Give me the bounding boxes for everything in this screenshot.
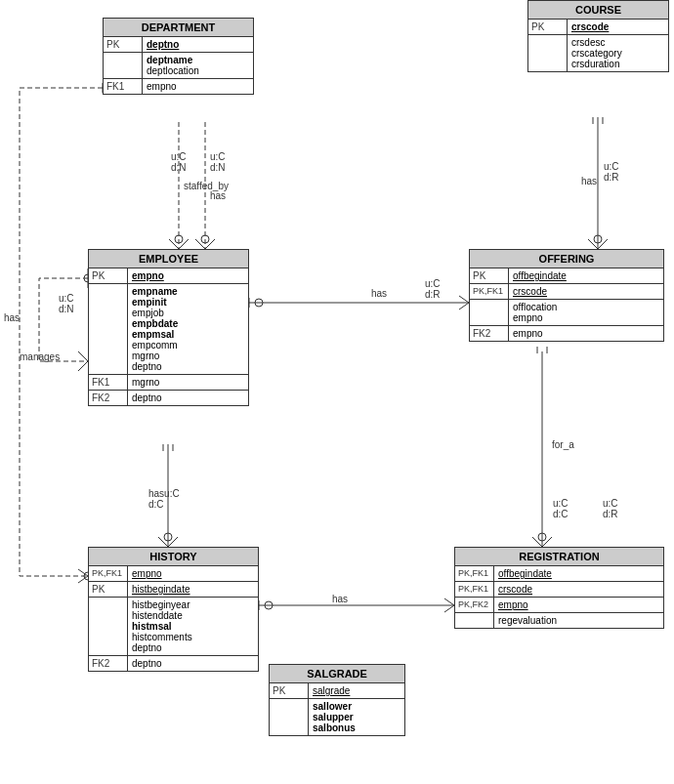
label-has-emp-off: has <box>371 288 387 299</box>
hist-attr-empno: empno <box>128 566 166 581</box>
svg-line-14 <box>78 576 88 583</box>
svg-point-29 <box>594 235 602 243</box>
label-uc-dn-2: u:Cd:N <box>210 151 226 173</box>
off-attr-crscode: crscode <box>509 284 551 299</box>
reg-pk1: PK,FK1 <box>455 566 494 581</box>
entity-offering: OFFERING PK offbegindate PK,FK1 crscode … <box>469 249 664 342</box>
hist-attr-histbegindate: histbegindate <box>128 582 194 597</box>
emp-attr-empno: empno <box>128 268 168 283</box>
label-has-emp-hist: has <box>332 594 348 604</box>
entity-history-title: HISTORY <box>89 548 258 566</box>
emp-fk1: FK1 <box>89 375 128 390</box>
reg-pk2: PK,FK1 <box>455 582 494 597</box>
svg-point-41 <box>265 601 273 609</box>
svg-line-31 <box>598 239 608 249</box>
course-pk2 <box>528 35 568 71</box>
reg-attr-offbegindate: offbegindate <box>494 566 556 581</box>
hist-pk1: PK,FK1 <box>89 566 128 581</box>
svg-line-7 <box>205 239 215 249</box>
label-hasu-dc: hasu:Cd:C <box>148 488 180 510</box>
svg-line-19 <box>158 537 168 547</box>
label-has-left: has <box>4 312 20 323</box>
label-uc-dc-off-reg: u:Cd:C <box>553 498 569 519</box>
dept-pk1: PK <box>104 37 143 52</box>
dept-pk2 <box>104 53 143 78</box>
entity-course: COURSE PK crscode crsdesc crscategory cr… <box>527 0 669 72</box>
hist-fk2: FK2 <box>89 656 128 671</box>
emp-pk1: PK <box>89 268 128 283</box>
svg-line-37 <box>542 537 552 547</box>
hist-pk2: PK <box>89 582 128 597</box>
svg-point-35 <box>538 533 546 541</box>
svg-line-30 <box>588 239 598 249</box>
entity-offering-title: OFFERING <box>470 250 663 268</box>
hist-pk3 <box>89 598 128 655</box>
entity-history: HISTORY PK,FK1 empno PK histbegindate hi… <box>88 547 259 672</box>
label-manages: manages <box>20 351 60 362</box>
dept-attr-empno: empno <box>143 79 181 94</box>
dept-attr-deptno: deptno <box>143 37 183 52</box>
svg-line-9 <box>78 361 88 371</box>
svg-line-25 <box>459 296 469 303</box>
entity-salgrade: SALGRADE PK salgrade sallower salupper s… <box>269 664 405 736</box>
label-has-dept-emp: has <box>210 190 226 201</box>
sal-attrs-main: sallower salupper salbonus <box>309 699 359 735</box>
entity-salgrade-title: SALGRADE <box>270 665 404 683</box>
off-pk1: PK <box>470 268 509 283</box>
off-pk3 <box>470 300 509 325</box>
hist-attr-deptno2: deptno <box>128 656 166 671</box>
svg-line-6 <box>195 239 205 249</box>
label-uc-dn-left: u:Cd:N <box>59 293 74 314</box>
reg-attr-crscode: crscode <box>494 582 536 597</box>
entity-course-title: COURSE <box>528 1 668 20</box>
emp-attr-deptno: deptno <box>128 391 166 405</box>
course-pk1: PK <box>528 20 568 34</box>
entity-employee-title: EMPLOYEE <box>89 250 248 268</box>
sal-pk1: PK <box>270 683 309 698</box>
erd-diagram: DEPARTMENT PK deptno deptname deptlocati… <box>0 0 674 784</box>
svg-line-42 <box>444 598 454 605</box>
off-attr-offbegindate: offbegindate <box>509 268 570 283</box>
dept-attrs-main: deptname deptlocation <box>143 53 203 78</box>
entity-department: DEPARTMENT PK deptno deptname deptlocati… <box>103 18 254 95</box>
off-fk2: FK2 <box>470 326 509 341</box>
label-uc-dn-1: u:Cd:N <box>171 151 187 173</box>
svg-point-24 <box>255 299 263 307</box>
emp-fk2: FK2 <box>89 391 128 405</box>
course-attrs-main: crsdesc crscategory crsduration <box>568 35 626 71</box>
entity-registration: REGISTRATION PK,FK1 offbegindate PK,FK1 … <box>454 547 664 629</box>
emp-attr-mgrno: mgrno <box>128 375 163 390</box>
hist-attrs-main: histbeginyear histenddate histmsal histc… <box>128 598 196 655</box>
label-uc-dr-course: u:Cd:R <box>604 161 619 183</box>
sal-attr-salgrade: salgrade <box>309 683 354 698</box>
entity-department-title: DEPARTMENT <box>104 19 253 37</box>
sal-pk2 <box>270 699 309 735</box>
reg-attr-empno: empno <box>494 598 532 612</box>
emp-pk2 <box>89 284 128 374</box>
reg-attr-regevaluation: regevaluation <box>494 613 561 628</box>
svg-line-1 <box>169 239 179 249</box>
off-attr-empno2: empno <box>509 326 547 341</box>
svg-line-36 <box>532 537 542 547</box>
svg-line-20 <box>168 537 178 547</box>
svg-point-18 <box>164 533 172 541</box>
course-attr-crscode: crscode <box>568 20 612 34</box>
label-uc-dr-off-reg: u:Cd:R <box>603 498 618 519</box>
svg-point-5 <box>201 235 209 243</box>
entity-employee: EMPLOYEE PK empno empname empinit empjob… <box>88 249 249 406</box>
entity-registration-title: REGISTRATION <box>455 548 663 566</box>
svg-line-13 <box>78 569 88 576</box>
reg-pk4 <box>455 613 494 628</box>
label-for-a: for_a <box>552 439 574 450</box>
svg-line-26 <box>459 303 469 309</box>
svg-point-3 <box>175 235 183 243</box>
reg-pk3: PK,FK2 <box>455 598 494 612</box>
svg-line-8 <box>78 351 88 361</box>
label-uc-dr-emp-off: u:Cd:R <box>425 278 441 300</box>
off-pk2: PK,FK1 <box>470 284 509 299</box>
off-attrs-main: offlocation empno <box>509 300 561 325</box>
dept-fk1: FK1 <box>104 79 143 94</box>
svg-line-2 <box>179 239 189 249</box>
svg-line-43 <box>444 605 454 612</box>
emp-attrs-main: empname empinit empjob empbdate empmsal … <box>128 284 182 374</box>
